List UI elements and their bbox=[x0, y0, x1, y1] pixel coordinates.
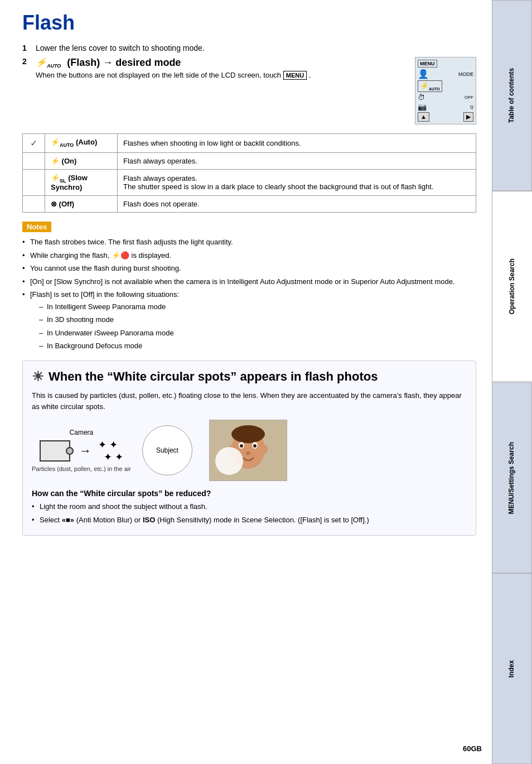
tips-title: ☀ When the “White circular spots” appear… bbox=[32, 369, 467, 385]
reduce-item-1: Light the room and shoot the subject wit… bbox=[32, 501, 467, 512]
reduce-item-2: Select «■» (Anti Motion Blur) or ISO (Hi… bbox=[32, 515, 467, 526]
svg-point-6 bbox=[246, 451, 250, 455]
table-cell-checkmark-on bbox=[23, 152, 45, 169]
camera-ui-self-timer-icon: ⏱ bbox=[418, 93, 425, 102]
camera-ui-off-label: OFF bbox=[465, 95, 473, 100]
table-cell-desc-slow: Flash always operates. The shutter speed… bbox=[118, 169, 476, 196]
step-2-content: ⚡AUTO (Flash) → desired mode When the bu… bbox=[36, 57, 311, 80]
table-row-auto: ✓ ⚡AUTO (Auto) Flashes when shooting in … bbox=[23, 133, 476, 152]
tips-section: ☀ When the “White circular spots” appear… bbox=[22, 361, 476, 536]
notes-list: The flash strobes twice. The first flash… bbox=[22, 237, 476, 352]
particles-icon: ✦ ✦ ✦ ✦ bbox=[98, 439, 123, 463]
flash-on-label: ⚡ (On) bbox=[51, 157, 76, 165]
page-number: 60GB bbox=[463, 744, 482, 753]
camera-ui-row-3: ⚡AUTO bbox=[418, 80, 473, 92]
svg-point-4 bbox=[240, 444, 243, 448]
particles-dots: ✦ ✦ ✦ ✦ bbox=[98, 439, 123, 463]
table-cell-label-off: ⊗ (Off) bbox=[45, 196, 118, 213]
note-item-4: [On] or [Slow Synchro] is not available … bbox=[22, 276, 476, 287]
slow-desc-line2: The shutter speed is slow in a dark plac… bbox=[123, 182, 433, 191]
table-cell-checkmark-slow bbox=[23, 169, 45, 196]
camera-ui-q-label: Q bbox=[470, 104, 473, 109]
flash-slow-label: ⚡SL (Slow Synchro) bbox=[51, 174, 88, 192]
reduce-item-2-text: Select «■» (Anti Motion Blur) or ISO (Hi… bbox=[40, 516, 369, 524]
note-sub-item-4: In Background Defocus mode bbox=[39, 340, 476, 352]
note-item-5: [Flash] is set to [Off] in the following… bbox=[22, 289, 476, 352]
step-2-left: 2 ⚡AUTO (Flash) → desired mode When the … bbox=[22, 57, 404, 84]
step-2-title: ⚡AUTO (Flash) → desired mode bbox=[36, 57, 311, 69]
svg-point-8 bbox=[262, 445, 268, 454]
notes-section: Notes The flash strobes twice. The first… bbox=[22, 222, 476, 352]
notes-label: Notes bbox=[22, 222, 51, 232]
camera-ui-person-icon: 👤 bbox=[418, 69, 429, 79]
camera-lens-icon bbox=[66, 447, 74, 455]
step-2-row: 2 ⚡AUTO (Flash) → desired mode When the … bbox=[22, 57, 476, 124]
camera-ui-mockup: MENU 👤 MODE ⚡AUTO ⏱ OFF 📷 Q bbox=[415, 57, 476, 124]
step-2-desc-text: When the buttons are not displayed on th… bbox=[36, 71, 283, 79]
sidebar-tab-menu-settings-search[interactable]: MENU/Settings Search bbox=[492, 382, 532, 573]
camera-ui-flash-icon: ⚡AUTO bbox=[418, 80, 442, 92]
sidebar-tab-operation-search[interactable]: Operation Search bbox=[492, 191, 532, 382]
camera-ui-menu-icon: MENU bbox=[418, 60, 437, 68]
note-sub-item-3: In Underwater iSweep Panorama mode bbox=[39, 328, 476, 339]
table-cell-desc-off: Flash does not operate. bbox=[118, 196, 476, 213]
sidebar-tab-table-of-contents[interactable]: Table of contents bbox=[492, 0, 532, 191]
how-to-reduce-list: Light the room and shoot the subject wit… bbox=[32, 501, 467, 525]
table-cell-checkmark-auto: ✓ bbox=[23, 133, 45, 152]
how-to-reduce-section: How can the “White circular spots” be re… bbox=[32, 489, 467, 525]
diagram-area: Camera → ✦ ✦ ✦ ✦ Particles (dust, pollen… bbox=[32, 420, 467, 481]
sun-icon: ☀ bbox=[32, 369, 44, 385]
camera-ui-bottom-row: ▲ ▶ bbox=[418, 112, 473, 122]
svg-point-1 bbox=[231, 425, 265, 443]
camera-label: Camera bbox=[70, 429, 94, 436]
tips-description: This is caused by particles (dust, polle… bbox=[32, 390, 467, 414]
white-spot-overlay bbox=[215, 447, 243, 475]
checkmark-icon: ✓ bbox=[30, 138, 37, 148]
table-row-off: ⊗ (Off) Flash does not operate. bbox=[23, 196, 476, 213]
camera-box bbox=[40, 440, 70, 462]
table-cell-checkmark-off bbox=[23, 196, 45, 213]
camera-ui-next-icon: ▲ bbox=[418, 112, 429, 122]
table-cell-label-auto: ⚡AUTO (Auto) bbox=[45, 133, 118, 152]
step-2-number: 2 bbox=[22, 57, 31, 66]
step-1: 1 Lower the lens cover to switch to shoo… bbox=[22, 44, 476, 52]
main-content: Flash 1 Lower the lens cover to switch t… bbox=[11, 0, 482, 556]
camera-ui-row-2: 👤 MODE bbox=[418, 69, 473, 79]
photo-result bbox=[209, 420, 287, 481]
table-cell-desc-auto: Flashes when shooting in low light or ba… bbox=[118, 133, 476, 152]
flash-auto-label: ⚡AUTO (Auto) bbox=[51, 138, 97, 146]
subject-circle: Subject bbox=[142, 425, 192, 475]
how-to-reduce-title: How can the “White circular spots” be re… bbox=[32, 489, 467, 498]
note-item-2: While charging the flash, ⚡🔴 is displaye… bbox=[22, 250, 476, 261]
step-2-desc: When the buttons are not displayed on th… bbox=[36, 71, 311, 80]
step-1-text: Lower the lens cover to switch to shooti… bbox=[36, 44, 205, 52]
particles-desc: Particles (dust, pollen, etc.) in the ai… bbox=[32, 465, 131, 472]
camera-ui-row-1: MENU bbox=[418, 60, 473, 68]
step-2: 2 ⚡AUTO (Flash) → desired mode When the … bbox=[22, 57, 404, 80]
sidebar-tab-index[interactable]: Index bbox=[492, 573, 532, 764]
note-item-3: You cannot use the flash during burst sh… bbox=[22, 263, 476, 274]
page-title: Flash bbox=[22, 11, 476, 35]
note-sub-item-1: In Intelligent Sweep Panorama mode bbox=[39, 301, 476, 313]
menu-badge: MENU bbox=[283, 71, 307, 80]
note-sub-item-2: In 3D shooting mode bbox=[39, 314, 476, 325]
sidebar-tabs: Table of contents Operation Search MENU/… bbox=[492, 0, 532, 764]
camera-ui-play-icon: ▶ bbox=[463, 112, 473, 122]
step-2-desc-suffix: . bbox=[309, 71, 311, 79]
note-item-1: The flash strobes twice. The first flash… bbox=[22, 237, 476, 248]
table-cell-label-on: ⚡ (On) bbox=[45, 152, 118, 169]
table-cell-label-slow: ⚡SL (Slow Synchro) bbox=[45, 169, 118, 196]
table-row-slow: ⚡SL (Slow Synchro) Flash always operates… bbox=[23, 169, 476, 196]
tips-title-text: When the “White circular spots” appears … bbox=[49, 369, 378, 384]
arrow-right-icon: → bbox=[79, 444, 91, 458]
flash-auto-icon: ⚡AUTO bbox=[36, 57, 61, 69]
table-cell-desc-on: Flash always operates. bbox=[118, 152, 476, 169]
photo-result-container bbox=[209, 420, 287, 481]
note-2-text: While charging the flash, ⚡🔴 is displaye… bbox=[30, 251, 171, 260]
step-1-content: Lower the lens cover to switch to shooti… bbox=[36, 44, 205, 52]
camera-ui-mode-label: MODE bbox=[458, 71, 473, 77]
camera-ui-row-4: ⏱ OFF bbox=[418, 93, 473, 102]
flash-table: ✓ ⚡AUTO (Auto) Flashes when shooting in … bbox=[22, 133, 476, 213]
step-2-right: MENU 👤 MODE ⚡AUTO ⏱ OFF 📷 Q bbox=[415, 57, 476, 124]
diagram-left: Camera → ✦ ✦ ✦ ✦ Particles (dust, pollen… bbox=[32, 429, 131, 472]
